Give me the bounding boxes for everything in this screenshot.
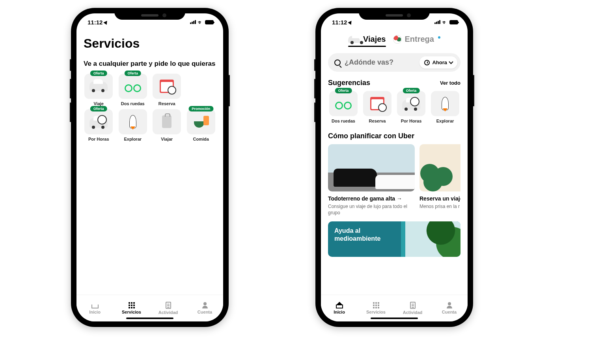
car-icon	[89, 82, 108, 91]
bike-icon	[335, 98, 352, 110]
badge-promocion: Promoción	[188, 106, 213, 111]
grid-icon	[373, 302, 379, 308]
home-indicator[interactable]	[126, 318, 173, 319]
tile-dos-ruedas[interactable]: Oferta Dos ruedas	[118, 74, 148, 106]
tile-explorar[interactable]: Explorar	[430, 91, 460, 123]
status-time: 11:12	[332, 19, 347, 26]
tile-viajar[interactable]: Viajar	[152, 109, 182, 141]
grid-icon	[129, 302, 135, 308]
bike-icon	[125, 80, 141, 92]
food-icon	[193, 116, 209, 128]
page-subtitle: Ve a cualquier parte y pide lo que quier…	[84, 59, 216, 68]
tile-reserva[interactable]: Reserva	[152, 74, 182, 106]
plan-card-heading: Reserva un viaje	[419, 195, 460, 202]
tile-label: Reserva	[369, 119, 386, 123]
hourly-car-icon	[402, 98, 420, 110]
status-time: 11:12	[88, 19, 103, 26]
badge-oferta: Oferta	[335, 88, 352, 93]
calendar-clock-icon	[160, 80, 174, 93]
search-bar[interactable]: ¿Adónde vas? Ahora	[328, 53, 460, 72]
person-icon	[202, 302, 208, 308]
nav-cuenta[interactable]: Cuenta	[431, 295, 468, 321]
home-icon	[336, 302, 343, 308]
tile-dos-ruedas[interactable]: Oferta Dos ruedas	[328, 91, 359, 123]
tab-viajes[interactable]: Viajes	[348, 35, 386, 46]
section-title-sugerencias: Sugerencias	[328, 79, 370, 87]
search-placeholder: ¿Adónde vas?	[345, 58, 416, 67]
tab-label: Viajes	[363, 35, 386, 44]
plan-card-sub: Consigue un viaje de lujo para todo el g…	[328, 203, 415, 216]
tile-por-horas[interactable]: Oferta Por Horas	[396, 91, 427, 123]
nav-cuenta[interactable]: Cuenta	[186, 295, 223, 321]
nav-label: Servicios	[122, 310, 141, 314]
tile-label: Por Horas	[88, 137, 109, 141]
nav-label: Actividad	[158, 310, 178, 315]
wifi-icon: ᯤ	[198, 19, 203, 26]
person-icon	[447, 302, 452, 308]
nav-inicio[interactable]: Inicio	[76, 295, 113, 321]
env-banner[interactable]: Ayuda almedioambiente	[328, 221, 460, 257]
tile-reserva[interactable]: Reserva	[362, 91, 393, 123]
notification-dot-icon	[438, 36, 440, 39]
tile-label: Comida	[193, 137, 209, 141]
plan-card-sub: Menos prisa en la r	[419, 203, 460, 210]
location-arrow-icon	[348, 19, 353, 24]
search-icon	[334, 59, 341, 66]
tile-label: Por Horas	[401, 119, 422, 123]
tile-por-horas[interactable]: Oferta Por Horas	[84, 109, 114, 141]
signal-icon	[190, 20, 196, 24]
rocket-icon	[129, 115, 136, 128]
nav-label: Inicio	[89, 310, 101, 314]
home-icon	[91, 302, 99, 308]
receipt-icon	[410, 302, 416, 309]
phone-inicio: 11:12 ᯤ Viajes Entrega	[315, 8, 473, 327]
battery-icon	[205, 20, 214, 24]
tile-label: Viajar	[161, 137, 173, 141]
tab-entrega[interactable]: Entrega	[393, 35, 440, 46]
env-line1: Ayuda al	[334, 227, 360, 234]
signal-icon	[434, 20, 440, 24]
top-tabs: Viajes Entrega	[328, 35, 460, 46]
hourly-car-icon	[89, 116, 108, 128]
calendar-clock-icon	[370, 97, 384, 110]
nav-label: Servicios	[366, 310, 386, 314]
home-indicator[interactable]	[371, 318, 418, 319]
plan-card-reserva[interactable]: Reserva un viaje Menos prisa en la r	[419, 144, 460, 216]
plan-card-suv[interactable]: Todoterreno de gama alta → Consigue un v…	[328, 144, 415, 216]
battery-icon	[449, 20, 458, 24]
location-arrow-icon	[104, 19, 109, 24]
tile-label: Viaje	[94, 101, 104, 106]
badge-oferta: Oferta	[124, 71, 141, 76]
time-chip[interactable]: Ahora	[419, 56, 457, 69]
tile-label: Explorar	[436, 119, 454, 123]
tab-label: Entrega	[405, 35, 434, 44]
nav-label: Cuenta	[198, 310, 212, 314]
nav-label: Cuenta	[442, 310, 457, 314]
services-grid: Oferta Viaje Oferta Dos ruedas Reserva O…	[84, 74, 216, 141]
tile-explorar[interactable]: Explorar	[118, 109, 148, 141]
tile-label: Dos ruedas	[332, 119, 355, 123]
time-chip-label: Ahora	[432, 59, 447, 65]
plan-row[interactable]: Todoterreno de gama alta → Consigue un v…	[328, 144, 460, 216]
badge-oferta: Oferta	[90, 71, 107, 76]
clock-icon	[424, 60, 430, 65]
nav-label: Actividad	[403, 310, 423, 315]
wifi-icon: ᯤ	[442, 19, 448, 26]
nav-inicio[interactable]: Inicio	[321, 295, 358, 321]
plan-card-image	[328, 144, 415, 191]
chevron-down-icon	[449, 59, 453, 64]
car-icon	[348, 36, 360, 43]
section-title-planificar: Cómo planificar con Uber	[328, 132, 460, 140]
badge-oferta: Oferta	[403, 88, 420, 93]
see-all-link[interactable]: Ver todo	[440, 80, 460, 86]
rocket-icon	[442, 97, 449, 110]
food-basket-icon	[393, 35, 402, 44]
tile-viaje[interactable]: Oferta Viaje	[84, 74, 114, 106]
receipt-icon	[166, 302, 171, 309]
tile-comida[interactable]: Promoción Comida	[186, 109, 216, 141]
plan-card-heading: Todoterreno de gama alta →	[328, 195, 415, 202]
suggestions-row: Oferta Dos ruedas Reserva Oferta Por Hor…	[328, 91, 460, 123]
tile-label: Reserva	[158, 101, 175, 106]
tile-label: Explorar	[124, 137, 142, 141]
nav-label: Inicio	[334, 310, 345, 314]
